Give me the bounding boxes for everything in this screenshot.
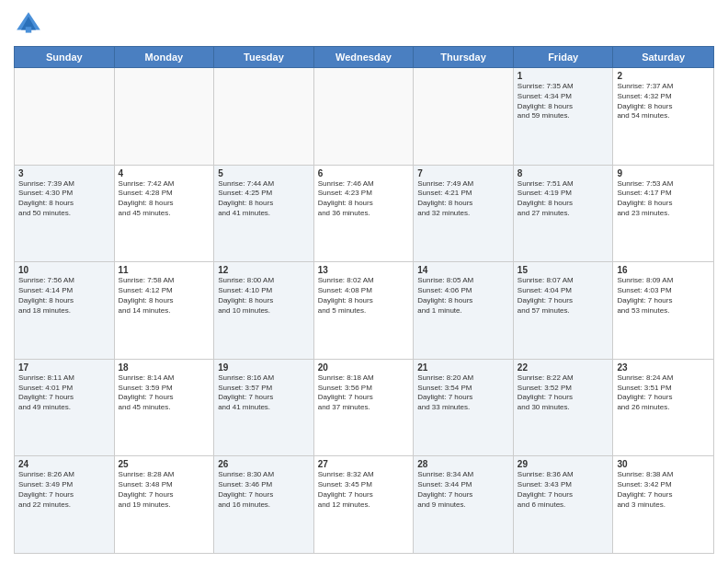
calendar-cell-21: 21Sunrise: 8:20 AM Sunset: 3:54 PM Dayli… <box>414 360 514 456</box>
day-number: 29 <box>518 459 609 469</box>
day-number: 16 <box>617 265 710 275</box>
cell-info: Sunrise: 8:28 AM Sunset: 3:48 PM Dayligh… <box>119 470 210 510</box>
page: SundayMondayTuesdayWednesdayThursdayFrid… <box>0 0 728 563</box>
cell-info: Sunrise: 8:14 AM Sunset: 3:59 PM Dayligh… <box>119 373 210 413</box>
calendar-cell-13: 13Sunrise: 8:02 AM Sunset: 4:08 PM Dayli… <box>314 262 415 359</box>
calendar-cell-empty-0-4 <box>414 68 514 165</box>
calendar-cell-27: 27Sunrise: 8:32 AM Sunset: 3:45 PM Dayli… <box>314 456 415 553</box>
logo-icon <box>14 9 43 39</box>
cell-info: Sunrise: 8:30 AM Sunset: 3:46 PM Dayligh… <box>218 470 310 510</box>
calendar-row-3: 17Sunrise: 8:11 AM Sunset: 4:01 PM Dayli… <box>15 360 713 457</box>
calendar-cell-3: 3Sunrise: 7:39 AM Sunset: 4:30 PM Daylig… <box>15 166 115 262</box>
cell-info: Sunrise: 7:42 AM Sunset: 4:28 PM Dayligh… <box>119 179 210 219</box>
day-number: 17 <box>18 362 110 373</box>
cell-info: Sunrise: 7:58 AM Sunset: 4:12 PM Dayligh… <box>119 276 210 316</box>
day-number: 23 <box>617 362 710 373</box>
day-number: 26 <box>218 459 310 469</box>
day-number: 2 <box>617 71 710 81</box>
calendar-cell-7: 7Sunrise: 7:49 AM Sunset: 4:21 PM Daylig… <box>414 166 514 262</box>
calendar-header: SundayMondayTuesdayWednesdayThursdayFrid… <box>14 46 714 68</box>
calendar-cell-23: 23Sunrise: 8:24 AM Sunset: 3:51 PM Dayli… <box>613 360 713 456</box>
calendar-cell-18: 18Sunrise: 8:14 AM Sunset: 3:59 PM Dayli… <box>115 360 215 456</box>
calendar-cell-1: 1Sunrise: 7:35 AM Sunset: 4:34 PM Daylig… <box>514 68 614 165</box>
calendar-cell-29: 29Sunrise: 8:36 AM Sunset: 3:43 PM Dayli… <box>514 456 614 553</box>
cell-info: Sunrise: 8:11 AM Sunset: 4:01 PM Dayligh… <box>18 373 110 413</box>
cell-info: Sunrise: 8:38 AM Sunset: 3:42 PM Dayligh… <box>617 470 710 510</box>
calendar-cell-empty-0-3 <box>314 68 415 165</box>
cell-info: Sunrise: 7:51 AM Sunset: 4:19 PM Dayligh… <box>518 179 609 219</box>
day-number: 20 <box>318 362 410 373</box>
day-number: 12 <box>218 265 310 275</box>
calendar-cell-22: 22Sunrise: 8:22 AM Sunset: 3:52 PM Dayli… <box>514 360 614 456</box>
cell-info: Sunrise: 8:05 AM Sunset: 4:06 PM Dayligh… <box>417 276 509 316</box>
calendar-cell-16: 16Sunrise: 8:09 AM Sunset: 4:03 PM Dayli… <box>613 262 713 359</box>
cell-info: Sunrise: 8:20 AM Sunset: 3:54 PM Dayligh… <box>417 373 509 413</box>
calendar-body: 1Sunrise: 7:35 AM Sunset: 4:34 PM Daylig… <box>14 68 714 554</box>
header-day-sunday: Sunday <box>15 47 115 67</box>
day-number: 25 <box>119 459 210 469</box>
cell-info: Sunrise: 8:00 AM Sunset: 4:10 PM Dayligh… <box>218 276 310 316</box>
calendar-cell-empty-0-1 <box>115 68 215 165</box>
header-day-monday: Monday <box>115 47 215 67</box>
calendar-cell-26: 26Sunrise: 8:30 AM Sunset: 3:46 PM Dayli… <box>214 456 314 553</box>
calendar-cell-8: 8Sunrise: 7:51 AM Sunset: 4:19 PM Daylig… <box>514 166 614 262</box>
calendar-row-4: 24Sunrise: 8:26 AM Sunset: 3:49 PM Dayli… <box>15 456 713 553</box>
cell-info: Sunrise: 7:39 AM Sunset: 4:30 PM Dayligh… <box>18 179 110 219</box>
calendar-cell-20: 20Sunrise: 8:18 AM Sunset: 3:56 PM Dayli… <box>314 360 415 456</box>
cell-info: Sunrise: 7:53 AM Sunset: 4:17 PM Dayligh… <box>617 179 710 219</box>
cell-info: Sunrise: 8:22 AM Sunset: 3:52 PM Dayligh… <box>518 373 609 413</box>
calendar-cell-10: 10Sunrise: 7:56 AM Sunset: 4:14 PM Dayli… <box>15 262 115 359</box>
day-number: 7 <box>417 168 509 178</box>
day-number: 21 <box>417 362 509 373</box>
cell-info: Sunrise: 8:36 AM Sunset: 3:43 PM Dayligh… <box>518 470 609 510</box>
calendar-cell-2: 2Sunrise: 7:37 AM Sunset: 4:32 PM Daylig… <box>613 68 713 165</box>
calendar-row-1: 3Sunrise: 7:39 AM Sunset: 4:30 PM Daylig… <box>15 166 713 263</box>
header <box>14 9 714 39</box>
header-day-thursday: Thursday <box>414 47 514 67</box>
cell-info: Sunrise: 8:09 AM Sunset: 4:03 PM Dayligh… <box>617 276 710 316</box>
calendar-cell-17: 17Sunrise: 8:11 AM Sunset: 4:01 PM Dayli… <box>15 360 115 456</box>
header-day-wednesday: Wednesday <box>314 47 415 67</box>
cell-info: Sunrise: 7:56 AM Sunset: 4:14 PM Dayligh… <box>18 276 110 316</box>
cell-info: Sunrise: 7:35 AM Sunset: 4:34 PM Dayligh… <box>518 82 609 121</box>
calendar-cell-14: 14Sunrise: 8:05 AM Sunset: 4:06 PM Dayli… <box>414 262 514 359</box>
calendar: SundayMondayTuesdayWednesdayThursdayFrid… <box>14 46 714 554</box>
calendar-cell-19: 19Sunrise: 8:16 AM Sunset: 3:57 PM Dayli… <box>214 360 314 456</box>
day-number: 5 <box>218 168 310 178</box>
calendar-cell-empty-0-0 <box>15 68 115 165</box>
header-day-friday: Friday <box>514 47 614 67</box>
day-number: 11 <box>119 265 210 275</box>
cell-info: Sunrise: 8:24 AM Sunset: 3:51 PM Dayligh… <box>617 373 710 413</box>
cell-info: Sunrise: 8:32 AM Sunset: 3:45 PM Dayligh… <box>318 470 410 510</box>
svg-rect-2 <box>26 27 31 32</box>
day-number: 14 <box>417 265 509 275</box>
calendar-cell-empty-0-2 <box>214 68 314 165</box>
calendar-cell-12: 12Sunrise: 8:00 AM Sunset: 4:10 PM Dayli… <box>214 262 314 359</box>
header-day-saturday: Saturday <box>613 47 713 67</box>
day-number: 13 <box>318 265 410 275</box>
calendar-cell-15: 15Sunrise: 8:07 AM Sunset: 4:04 PM Dayli… <box>514 262 614 359</box>
day-number: 27 <box>318 459 410 469</box>
day-number: 22 <box>518 362 609 373</box>
cell-info: Sunrise: 8:07 AM Sunset: 4:04 PM Dayligh… <box>518 276 609 316</box>
day-number: 1 <box>518 71 609 81</box>
calendar-row-2: 10Sunrise: 7:56 AM Sunset: 4:14 PM Dayli… <box>15 262 713 360</box>
cell-info: Sunrise: 8:18 AM Sunset: 3:56 PM Dayligh… <box>318 373 410 413</box>
day-number: 3 <box>18 168 110 178</box>
day-number: 19 <box>218 362 310 373</box>
day-number: 10 <box>18 265 110 275</box>
calendar-cell-11: 11Sunrise: 7:58 AM Sunset: 4:12 PM Dayli… <box>115 262 215 359</box>
day-number: 6 <box>318 168 410 178</box>
calendar-cell-25: 25Sunrise: 8:28 AM Sunset: 3:48 PM Dayli… <box>115 456 215 553</box>
calendar-cell-30: 30Sunrise: 8:38 AM Sunset: 3:42 PM Dayli… <box>613 456 713 553</box>
header-day-tuesday: Tuesday <box>214 47 314 67</box>
calendar-cell-24: 24Sunrise: 8:26 AM Sunset: 3:49 PM Dayli… <box>15 456 115 553</box>
logo <box>14 9 47 39</box>
day-number: 30 <box>617 459 710 469</box>
calendar-cell-9: 9Sunrise: 7:53 AM Sunset: 4:17 PM Daylig… <box>613 166 713 262</box>
cell-info: Sunrise: 7:37 AM Sunset: 4:32 PM Dayligh… <box>617 82 710 121</box>
cell-info: Sunrise: 8:16 AM Sunset: 3:57 PM Dayligh… <box>218 373 310 413</box>
day-number: 24 <box>18 459 110 469</box>
cell-info: Sunrise: 8:26 AM Sunset: 3:49 PM Dayligh… <box>18 470 110 510</box>
cell-info: Sunrise: 8:02 AM Sunset: 4:08 PM Dayligh… <box>318 276 410 316</box>
